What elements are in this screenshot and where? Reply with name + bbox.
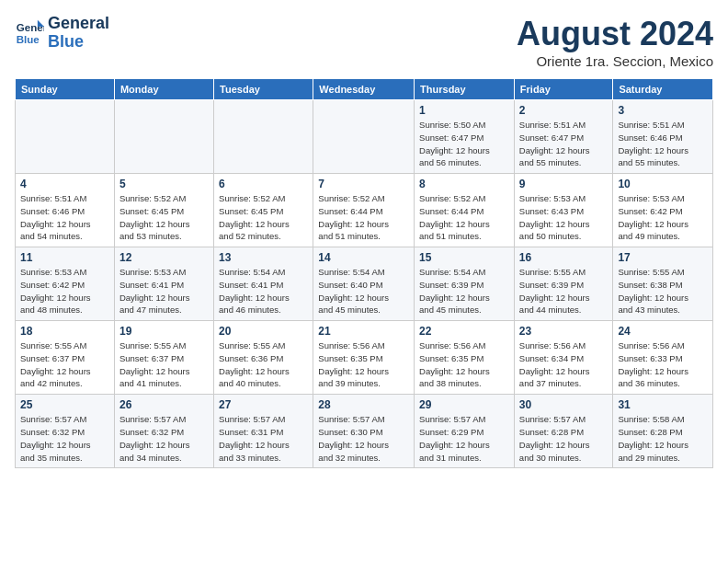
day-detail: Sunrise: 5:55 AM Sunset: 6:36 PM Dayligh… (219, 339, 308, 390)
day-number: 9 (519, 178, 609, 190)
day-number: 4 (20, 178, 109, 190)
calendar-cell: 1Sunrise: 5:50 AM Sunset: 6:47 PM Daylig… (415, 100, 515, 174)
calendar-cell: 30Sunrise: 5:57 AM Sunset: 6:28 PM Dayli… (514, 395, 613, 468)
day-header-tuesday: Tuesday (214, 79, 313, 100)
calendar-cell: 12Sunrise: 5:53 AM Sunset: 6:41 PM Dayli… (114, 247, 213, 321)
day-detail: Sunrise: 5:55 AM Sunset: 6:39 PM Dayligh… (519, 266, 609, 316)
calendar-table: SundayMondayTuesdayWednesdayThursdayFrid… (15, 78, 713, 468)
day-number: 23 (519, 325, 609, 338)
calendar-cell: 27Sunrise: 5:57 AM Sunset: 6:31 PM Dayli… (214, 395, 313, 468)
calendar-cell: 9Sunrise: 5:53 AM Sunset: 6:43 PM Daylig… (514, 174, 613, 247)
page-header: General Blue General Blue August 2024 Or… (15, 15, 713, 69)
calendar-cell: 5Sunrise: 5:52 AM Sunset: 6:45 PM Daylig… (114, 174, 213, 247)
calendar-week-row: 1Sunrise: 5:50 AM Sunset: 6:47 PM Daylig… (16, 100, 713, 174)
day-number: 7 (318, 178, 409, 190)
calendar-cell: 29Sunrise: 5:57 AM Sunset: 6:29 PM Dayli… (415, 395, 515, 468)
day-number: 1 (419, 104, 509, 117)
day-detail: Sunrise: 5:51 AM Sunset: 6:47 PM Dayligh… (519, 119, 609, 169)
calendar-week-row: 18Sunrise: 5:55 AM Sunset: 6:37 PM Dayli… (16, 321, 713, 395)
day-number: 6 (219, 178, 308, 190)
day-number: 30 (519, 398, 609, 411)
day-detail: Sunrise: 5:51 AM Sunset: 6:46 PM Dayligh… (618, 119, 708, 169)
day-detail: Sunrise: 5:53 AM Sunset: 6:43 PM Dayligh… (519, 192, 609, 243)
day-header-monday: Monday (114, 79, 213, 100)
day-header-saturday: Saturday (613, 79, 713, 100)
day-detail: Sunrise: 5:56 AM Sunset: 6:35 PM Dayligh… (419, 339, 509, 390)
calendar-cell (16, 100, 115, 174)
calendar-cell: 24Sunrise: 5:56 AM Sunset: 6:33 PM Dayli… (613, 321, 713, 395)
day-detail: Sunrise: 5:55 AM Sunset: 6:38 PM Dayligh… (618, 266, 708, 316)
calendar-cell: 4Sunrise: 5:51 AM Sunset: 6:46 PM Daylig… (16, 174, 115, 247)
logo-icon: General Blue (15, 18, 44, 48)
calendar-header-row: SundayMondayTuesdayWednesdayThursdayFrid… (16, 79, 713, 100)
month-title: August 2024 (517, 15, 713, 53)
svg-text:Blue: Blue (17, 33, 40, 44)
day-header-friday: Friday (514, 79, 613, 100)
day-number: 3 (618, 104, 708, 117)
day-detail: Sunrise: 5:50 AM Sunset: 6:47 PM Dayligh… (419, 119, 509, 169)
logo-text-general: General (48, 15, 109, 33)
day-detail: Sunrise: 5:57 AM Sunset: 6:32 PM Dayligh… (20, 413, 109, 464)
day-number: 12 (119, 251, 209, 264)
calendar-cell: 10Sunrise: 5:53 AM Sunset: 6:42 PM Dayli… (613, 174, 713, 247)
day-number: 13 (219, 251, 308, 264)
day-header-wednesday: Wednesday (313, 79, 415, 100)
day-detail: Sunrise: 5:52 AM Sunset: 6:45 PM Dayligh… (219, 192, 308, 243)
day-detail: Sunrise: 5:57 AM Sunset: 6:32 PM Dayligh… (119, 413, 209, 464)
day-detail: Sunrise: 5:57 AM Sunset: 6:30 PM Dayligh… (318, 413, 409, 464)
day-number: 21 (318, 325, 409, 338)
calendar-week-row: 11Sunrise: 5:53 AM Sunset: 6:42 PM Dayli… (16, 247, 713, 321)
day-detail: Sunrise: 5:53 AM Sunset: 6:42 PM Dayligh… (618, 192, 708, 243)
calendar-cell: 25Sunrise: 5:57 AM Sunset: 6:32 PM Dayli… (16, 395, 115, 468)
day-number: 2 (519, 104, 609, 117)
day-number: 25 (20, 398, 109, 411)
day-number: 26 (119, 398, 209, 411)
day-detail: Sunrise: 5:53 AM Sunset: 6:42 PM Dayligh… (20, 266, 109, 316)
calendar-cell (214, 100, 313, 174)
day-detail: Sunrise: 5:52 AM Sunset: 6:44 PM Dayligh… (318, 192, 409, 243)
day-number: 5 (119, 178, 209, 190)
day-detail: Sunrise: 5:57 AM Sunset: 6:29 PM Dayligh… (419, 413, 509, 464)
day-number: 24 (618, 325, 708, 338)
day-number: 10 (618, 178, 708, 190)
day-number: 27 (219, 398, 308, 411)
logo: General Blue General Blue (15, 15, 109, 52)
calendar-cell: 8Sunrise: 5:52 AM Sunset: 6:44 PM Daylig… (415, 174, 515, 247)
day-detail: Sunrise: 5:56 AM Sunset: 6:34 PM Dayligh… (519, 339, 609, 390)
calendar-cell: 15Sunrise: 5:54 AM Sunset: 6:39 PM Dayli… (415, 247, 515, 321)
day-detail: Sunrise: 5:57 AM Sunset: 6:31 PM Dayligh… (219, 413, 308, 464)
day-header-sunday: Sunday (16, 79, 115, 100)
calendar-cell: 26Sunrise: 5:57 AM Sunset: 6:32 PM Dayli… (114, 395, 213, 468)
calendar-cell: 11Sunrise: 5:53 AM Sunset: 6:42 PM Dayli… (16, 247, 115, 321)
logo-text-blue: Blue (48, 33, 109, 52)
calendar-week-row: 25Sunrise: 5:57 AM Sunset: 6:32 PM Dayli… (16, 395, 713, 468)
day-detail: Sunrise: 5:51 AM Sunset: 6:46 PM Dayligh… (20, 192, 109, 243)
calendar-cell: 18Sunrise: 5:55 AM Sunset: 6:37 PM Dayli… (16, 321, 115, 395)
day-number: 31 (618, 398, 708, 411)
day-detail: Sunrise: 5:55 AM Sunset: 6:37 PM Dayligh… (20, 339, 109, 390)
calendar-cell: 14Sunrise: 5:54 AM Sunset: 6:40 PM Dayli… (313, 247, 415, 321)
location-subtitle: Oriente 1ra. Seccion, Mexico (517, 53, 713, 69)
day-header-thursday: Thursday (415, 79, 515, 100)
calendar-cell: 28Sunrise: 5:57 AM Sunset: 6:30 PM Dayli… (313, 395, 415, 468)
title-area: August 2024 Oriente 1ra. Seccion, Mexico (517, 15, 713, 69)
day-detail: Sunrise: 5:55 AM Sunset: 6:37 PM Dayligh… (119, 339, 209, 390)
day-detail: Sunrise: 5:58 AM Sunset: 6:28 PM Dayligh… (618, 413, 708, 464)
calendar-cell: 23Sunrise: 5:56 AM Sunset: 6:34 PM Dayli… (514, 321, 613, 395)
calendar-cell: 17Sunrise: 5:55 AM Sunset: 6:38 PM Dayli… (613, 247, 713, 321)
day-number: 14 (318, 251, 409, 264)
day-number: 20 (219, 325, 308, 338)
calendar-cell: 22Sunrise: 5:56 AM Sunset: 6:35 PM Dayli… (415, 321, 515, 395)
day-number: 15 (419, 251, 509, 264)
day-number: 8 (419, 178, 509, 190)
day-number: 28 (318, 398, 409, 411)
day-number: 22 (419, 325, 509, 338)
day-number: 29 (419, 398, 509, 411)
calendar-cell: 6Sunrise: 5:52 AM Sunset: 6:45 PM Daylig… (214, 174, 313, 247)
day-detail: Sunrise: 5:54 AM Sunset: 6:40 PM Dayligh… (318, 266, 409, 316)
day-detail: Sunrise: 5:57 AM Sunset: 6:28 PM Dayligh… (519, 413, 609, 464)
calendar-week-row: 4Sunrise: 5:51 AM Sunset: 6:46 PM Daylig… (16, 174, 713, 247)
calendar-cell: 20Sunrise: 5:55 AM Sunset: 6:36 PM Dayli… (214, 321, 313, 395)
calendar-cell: 19Sunrise: 5:55 AM Sunset: 6:37 PM Dayli… (114, 321, 213, 395)
day-number: 17 (618, 251, 708, 264)
